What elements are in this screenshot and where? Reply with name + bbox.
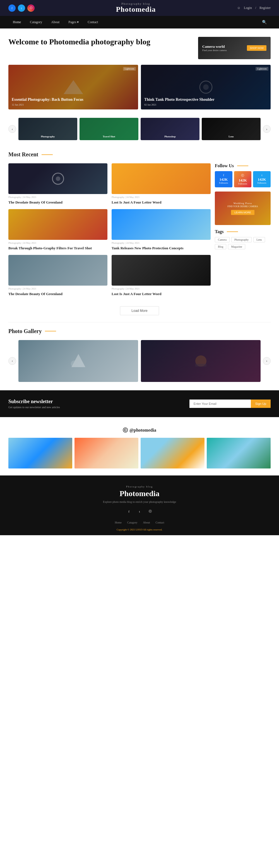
post-card-2[interactable]: Photography | 24 May 2021 Lost Is Just A… — [112, 163, 211, 205]
featured-card-2[interactable]: Think Tank Photo Retrospective Shoulder … — [141, 65, 271, 110]
nav-contact[interactable]: Contact — [83, 16, 102, 28]
slider-next-arrow[interactable]: › — [263, 125, 271, 133]
instagram-item-4[interactable] — [207, 438, 271, 468]
footer-instagram-icon[interactable]: ⓒ — [146, 507, 154, 516]
post-card-1-meta: Photography | 24 May 2021 — [8, 196, 107, 198]
blog-label: Photography blog — [116, 2, 156, 5]
post-card-6[interactable]: Photography | 24 May 2021 Lost Is Just A… — [112, 255, 211, 297]
follow-us-line — [237, 165, 248, 166]
footer-site-name: Photomedia — [8, 489, 271, 498]
post-card-3[interactable]: Photography | 24 May 2021 Break Through … — [8, 209, 107, 251]
gallery-line — [45, 331, 56, 332]
twitter-icon[interactable]: t — [18, 4, 25, 12]
category-item-photoshop[interactable]: Photoshop — [141, 118, 200, 140]
hero-text: Welcome to Photomedia photography blog — [8, 37, 193, 47]
nav-about[interactable]: About — [46, 16, 64, 28]
featured-posts: Essential Photography: Back Button Focus… — [0, 65, 279, 115]
tags-line — [227, 231, 238, 232]
gallery-prev-arrow[interactable]: ‹ — [8, 357, 16, 365]
post-card-3-image — [8, 209, 107, 240]
tag-lens[interactable]: Lens — [253, 237, 265, 242]
twitter-label: Followers — [254, 182, 269, 184]
post-card-6-title: Lost Is Just A Four Letter Word — [112, 292, 211, 297]
follow-us-box: Follow Us f 142K Followers ⓒ 142K Follow… — [215, 163, 271, 187]
footer-blog-label: Photography blog — [8, 485, 271, 488]
post-card-4-image — [112, 209, 211, 240]
post-card-5-image — [8, 255, 107, 286]
instagram-icon: ⓒ — [123, 427, 128, 434]
gallery-title: Photo Gallery — [8, 328, 42, 335]
gallery-item-1[interactable] — [19, 340, 138, 382]
nav-catagory[interactable]: Catagory — [25, 16, 46, 28]
person-icon: ☺ — [237, 6, 241, 10]
nav-links: Home Catagory About Pages ▾ Contact — [8, 16, 103, 28]
follow-stat-instagram[interactable]: ⓒ 142K Followers — [234, 171, 252, 187]
hero-banner-button[interactable]: SHOP NOW — [247, 45, 267, 51]
post-card-3-meta: Photography | 24 May 2021 — [8, 242, 107, 244]
featured-card-1[interactable]: Essential Photography: Back Button Focus… — [8, 65, 138, 110]
post-card-5-meta: Photography | 24 May 2021 — [8, 287, 107, 290]
footer-facebook-icon[interactable]: f — [125, 507, 133, 516]
most-recent-title: Most Recent — [8, 151, 38, 158]
most-recent-header: Most Recent — [8, 151, 271, 158]
search-icon[interactable]: 🔍 — [258, 16, 271, 29]
post-card-1[interactable]: Photography | 24 May 2021 The Desolate B… — [8, 163, 107, 205]
twitter-count: 142K — [254, 177, 269, 182]
instagram-item-2[interactable] — [74, 438, 138, 468]
nav-home[interactable]: Home — [8, 16, 25, 28]
footer-nav-catagory[interactable]: Catagory — [127, 521, 138, 524]
slider-prev-arrow[interactable]: ‹ — [8, 125, 16, 133]
newsletter-email-input[interactable] — [189, 400, 251, 408]
most-recent-section: Most Recent Photography | 24 May 2021 Th… — [0, 146, 279, 302]
svg-point-6 — [71, 361, 77, 367]
footer-nav-home[interactable]: Home — [115, 521, 121, 524]
facebook-count: 142K — [216, 177, 231, 182]
tag-camera[interactable]: Camera — [215, 237, 230, 242]
most-recent-layout: Photography | 24 May 2021 The Desolate B… — [8, 163, 271, 297]
gallery-section: Photo Gallery ‹ — [0, 322, 279, 388]
gallery-next-arrow[interactable]: › — [263, 357, 271, 365]
instagram-item-3[interactable] — [141, 438, 205, 468]
ad-banner: Wedding Press FIND YOUR DESIRE CAMERA LE… — [215, 191, 271, 225]
ad-banner-title: Wedding Press — [234, 202, 252, 205]
footer-twitter-icon[interactable]: t — [136, 507, 143, 516]
footer-social: f t ⓒ — [8, 507, 271, 516]
tags-title: Tags — [215, 229, 223, 234]
tags-box: Tags Camera Photography Lens Blog Magazi… — [215, 229, 271, 249]
ad-banner-button[interactable]: LEARN MORE — [231, 210, 254, 215]
load-more-area: Load More — [0, 302, 279, 322]
category-label-travel: Travel Shot — [103, 135, 115, 138]
hero-banner-title: Camera world — [202, 44, 226, 49]
newsletter-signup-button[interactable]: Sign Up — [251, 400, 271, 408]
footer-nav-about[interactable]: About — [143, 521, 150, 524]
post-card-2-title: Lost Is Just A Four Letter Word — [112, 200, 211, 205]
nav-pages[interactable]: Pages ▾ — [64, 16, 83, 28]
instagram-item-1[interactable] — [8, 438, 72, 468]
facebook-icon[interactable]: f — [8, 4, 15, 12]
tags-list: Camera Photography Lens Blog Magazine — [215, 237, 271, 249]
newsletter-form: Sign Up — [189, 400, 271, 408]
login-link[interactable]: Login — [244, 6, 252, 10]
hero-banner-subtitle: Find your desire camera — [202, 49, 226, 52]
tag-blog[interactable]: Blog — [215, 244, 226, 249]
tag-photography[interactable]: Photography — [231, 237, 252, 242]
top-bar: f t ⓒ Photography blog Photomedia ☺ Logi… — [0, 0, 279, 16]
svg-point-4 — [56, 177, 60, 181]
post-card-4[interactable]: Photography | 24 May 2021 Tank Releases … — [112, 209, 211, 251]
follow-stat-facebook[interactable]: f 142K Followers — [215, 171, 233, 187]
instagram-icon[interactable]: ⓒ — [27, 4, 35, 12]
tag-magazine[interactable]: Magazine — [228, 244, 245, 249]
footer-brand: LOGO — [136, 528, 143, 531]
footer-nav-contact[interactable]: Contact — [156, 521, 164, 524]
category-item-lens[interactable]: Lens — [202, 118, 260, 140]
load-more-button[interactable]: Load More — [120, 306, 159, 315]
category-item-travel[interactable]: Travel Shot — [79, 118, 138, 140]
register-link[interactable]: Register — [259, 6, 271, 10]
follow-stat-twitter[interactable]: t 142K Followers — [253, 171, 271, 187]
gallery-slider: ‹ › — [8, 340, 271, 382]
post-card-5[interactable]: Photography | 24 May 2021 The Desolate B… — [8, 255, 107, 297]
category-item-photography[interactable]: Photography — [19, 118, 77, 140]
gallery-item-2[interactable] — [141, 340, 260, 382]
category-label-lens: Lens — [229, 135, 234, 138]
hero-banner: Camera world Find your desire camera SHO… — [198, 37, 271, 59]
